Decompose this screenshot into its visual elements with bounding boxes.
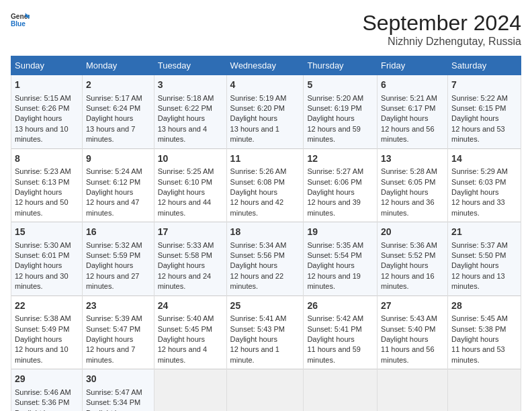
daylight-label: Daylight hours xyxy=(230,335,277,343)
daylight-label: Daylight hours xyxy=(15,261,62,269)
sunset-label: Sunset: 6:13 PM xyxy=(15,178,69,186)
daylight-value: 12 hours and 39 minutes. xyxy=(307,198,361,216)
daylight-label: Daylight hours xyxy=(158,188,205,196)
daylight-label: Daylight hours xyxy=(307,261,354,269)
daylight-label: Daylight hours xyxy=(86,188,133,196)
day-number: 30 xyxy=(86,373,150,386)
day-cell: 24Sunrise: 5:40 AMSunset: 5:45 PMDayligh… xyxy=(154,295,226,369)
sunset-label: Sunset: 6:08 PM xyxy=(230,178,285,186)
day-number: 7 xyxy=(451,79,517,92)
daylight-value: 11 hours and 59 minutes. xyxy=(307,345,361,363)
daylight-label: Daylight hours xyxy=(451,335,498,343)
sunset-label: Sunset: 5:41 PM xyxy=(307,325,361,333)
day-cell: 21Sunrise: 5:37 AMSunset: 5:50 PMDayligh… xyxy=(448,222,521,296)
day-number: 20 xyxy=(381,226,444,239)
sunset-label: Sunset: 5:43 PM xyxy=(230,325,285,333)
day-cell: 13Sunrise: 5:28 AMSunset: 6:05 PMDayligh… xyxy=(378,148,448,222)
daylight-label: Daylight hours xyxy=(86,335,133,343)
day-cell xyxy=(154,369,226,411)
day-cell: 30Sunrise: 5:47 AMSunset: 5:34 PMDayligh… xyxy=(82,369,154,411)
day-cell: 25Sunrise: 5:41 AMSunset: 5:43 PMDayligh… xyxy=(226,295,304,369)
sunrise-label: Sunrise: 5:43 AM xyxy=(381,314,437,322)
daylight-label: Daylight hours xyxy=(15,335,62,343)
col-header-saturday: Saturday xyxy=(448,56,521,75)
sunset-label: Sunset: 6:01 PM xyxy=(15,251,69,259)
sunset-label: Sunset: 5:47 PM xyxy=(86,325,140,333)
sunset-label: Sunset: 5:38 PM xyxy=(451,325,506,333)
daylight-value: 13 hours and 4 minutes. xyxy=(158,125,207,143)
daylight-value: 12 hours and 33 minutes. xyxy=(451,198,505,216)
day-number: 18 xyxy=(230,226,300,239)
day-number: 27 xyxy=(381,300,444,313)
sunset-label: Sunset: 6:26 PM xyxy=(15,104,69,112)
col-header-sunday: Sunday xyxy=(11,56,83,75)
sunset-label: Sunset: 6:10 PM xyxy=(158,178,212,186)
daylight-label: Daylight hours xyxy=(86,261,133,269)
daylight-value: 11 hours and 53 minutes. xyxy=(451,345,505,363)
daylight-value: 12 hours and 59 minutes. xyxy=(307,125,361,143)
daylight-value: 13 hours and 1 minute. xyxy=(230,125,279,143)
day-cell: 5Sunrise: 5:20 AMSunset: 6:19 PMDaylight… xyxy=(304,75,378,149)
sunrise-label: Sunrise: 5:24 AM xyxy=(86,167,142,175)
day-cell xyxy=(378,369,448,411)
day-cell: 10Sunrise: 5:25 AMSunset: 6:10 PMDayligh… xyxy=(154,148,226,222)
daylight-value: 12 hours and 36 minutes. xyxy=(381,198,435,216)
daylight-label: Daylight hours xyxy=(307,114,354,122)
day-number: 10 xyxy=(158,152,223,166)
daylight-value: 12 hours and 7 minutes. xyxy=(86,345,135,363)
col-header-thursday: Thursday xyxy=(304,56,378,75)
daylight-value: 12 hours and 53 minutes. xyxy=(451,125,505,143)
day-cell: 26Sunrise: 5:42 AMSunset: 5:41 PMDayligh… xyxy=(304,295,378,369)
sunset-label: Sunset: 5:36 PM xyxy=(15,398,69,406)
day-number: 4 xyxy=(230,79,300,92)
daylight-value: 12 hours and 24 minutes. xyxy=(158,272,212,290)
daylight-label: Daylight hours xyxy=(15,409,62,411)
daylight-label: Daylight hours xyxy=(158,114,205,122)
sunrise-label: Sunrise: 5:38 AM xyxy=(15,314,71,322)
day-number: 9 xyxy=(86,152,150,166)
sunset-label: Sunset: 5:56 PM xyxy=(230,251,285,259)
day-cell: 23Sunrise: 5:39 AMSunset: 5:47 PMDayligh… xyxy=(82,295,154,369)
sunrise-label: Sunrise: 5:25 AM xyxy=(158,167,214,175)
daylight-label: Daylight hours xyxy=(307,335,354,343)
sunset-label: Sunset: 6:03 PM xyxy=(451,178,506,186)
day-number: 17 xyxy=(158,226,223,239)
day-cell: 20Sunrise: 5:36 AMSunset: 5:52 PMDayligh… xyxy=(378,222,448,296)
sunrise-label: Sunrise: 5:41 AM xyxy=(230,314,287,322)
sunrise-label: Sunrise: 5:19 AM xyxy=(230,94,287,102)
daylight-value: 12 hours and 42 minutes. xyxy=(230,198,284,216)
day-number: 11 xyxy=(230,152,300,166)
day-cell xyxy=(448,369,521,411)
week-row-3: 15Sunrise: 5:30 AMSunset: 6:01 PMDayligh… xyxy=(11,222,521,296)
day-cell: 15Sunrise: 5:30 AMSunset: 6:01 PMDayligh… xyxy=(11,222,83,296)
sunrise-label: Sunrise: 5:18 AM xyxy=(158,94,214,102)
sunrise-label: Sunrise: 5:15 AM xyxy=(15,94,71,102)
sunrise-label: Sunrise: 5:40 AM xyxy=(158,314,214,322)
daylight-label: Daylight hours xyxy=(230,188,277,196)
sunrise-label: Sunrise: 5:27 AM xyxy=(307,167,363,175)
day-cell xyxy=(304,369,378,411)
daylight-label: Daylight hours xyxy=(158,261,205,269)
sunrise-label: Sunrise: 5:33 AM xyxy=(158,241,214,249)
day-number: 21 xyxy=(451,226,517,239)
day-number: 5 xyxy=(307,79,373,92)
sunset-label: Sunset: 5:59 PM xyxy=(86,251,140,259)
daylight-label: Daylight hours xyxy=(15,114,62,122)
daylight-label: Daylight hours xyxy=(86,409,133,411)
day-number: 8 xyxy=(15,152,79,166)
daylight-label: Daylight hours xyxy=(381,188,428,196)
week-row-5: 29Sunrise: 5:46 AMSunset: 5:36 PMDayligh… xyxy=(11,369,521,411)
sunrise-label: Sunrise: 5:39 AM xyxy=(86,314,142,322)
sunset-label: Sunset: 6:05 PM xyxy=(381,178,435,186)
day-number: 16 xyxy=(86,226,150,239)
day-cell: 2Sunrise: 5:17 AMSunset: 6:24 PMDaylight… xyxy=(82,75,154,149)
daylight-label: Daylight hours xyxy=(15,188,62,196)
daylight-value: 12 hours and 16 minutes. xyxy=(381,272,435,290)
day-number: 19 xyxy=(307,226,373,239)
page-header: General Blue September 2024 Nizhniy Dzhe… xyxy=(11,11,521,48)
daylight-value: 12 hours and 10 minutes. xyxy=(15,345,69,363)
daylight-label: Daylight hours xyxy=(451,114,498,122)
sunset-label: Sunset: 6:19 PM xyxy=(307,104,361,112)
week-row-4: 22Sunrise: 5:38 AMSunset: 5:49 PMDayligh… xyxy=(11,295,521,369)
daylight-label: Daylight hours xyxy=(451,188,498,196)
